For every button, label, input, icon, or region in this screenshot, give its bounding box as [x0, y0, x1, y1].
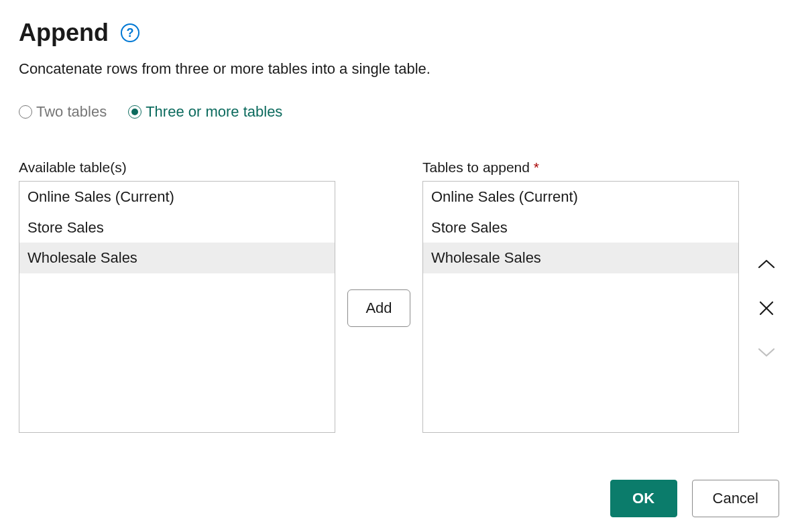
available-list-item[interactable]: Online Sales (Current) — [19, 182, 335, 212]
tables-to-append-column: Tables to append * Online Sales (Current… — [422, 159, 739, 433]
radio-two-tables[interactable]: Two tables — [19, 103, 107, 121]
radio-three-or-more-tables[interactable]: Three or more tables — [128, 103, 282, 121]
table-count-radio-group: Two tables Three or more tables — [19, 103, 783, 121]
available-tables-label: Available table(s) — [19, 159, 335, 176]
add-column: Add — [342, 182, 416, 434]
available-list-item[interactable]: Store Sales — [19, 212, 335, 243]
lists-area: Available table(s) Online Sales (Current… — [19, 159, 783, 434]
help-icon-glyph: ? — [126, 26, 133, 40]
required-asterisk: * — [534, 159, 539, 175]
radio-three-or-more-label: Three or more tables — [146, 103, 282, 121]
append-list-item[interactable]: Wholesale Sales — [423, 243, 738, 273]
add-button[interactable]: Add — [347, 289, 410, 327]
dialog-title: Append — [19, 19, 109, 47]
available-tables-column: Available table(s) Online Sales (Current… — [19, 159, 335, 433]
chevron-up-icon — [757, 258, 776, 270]
chevron-down-icon — [757, 346, 776, 358]
dialog-subtitle: Concatenate rows from three or more tabl… — [19, 60, 783, 78]
close-icon — [758, 300, 775, 317]
cancel-button[interactable]: Cancel — [692, 480, 779, 517]
radio-circle-icon — [128, 105, 141, 119]
append-dialog: Append ? Concatenate rows from three or … — [0, 0, 802, 532]
available-tables-list[interactable]: Online Sales (Current)Store SalesWholesa… — [19, 181, 335, 433]
ok-button[interactable]: OK — [610, 480, 677, 517]
reorder-controls — [755, 182, 778, 434]
append-list-item[interactable]: Online Sales (Current) — [423, 182, 738, 212]
tables-to-append-label: Tables to append * — [422, 159, 739, 176]
move-up-button[interactable] — [755, 253, 778, 275]
radio-two-tables-label: Two tables — [36, 103, 107, 121]
title-row: Append ? — [19, 19, 783, 47]
tables-to-append-label-text: Tables to append — [422, 159, 530, 175]
radio-circle-icon — [19, 105, 32, 119]
remove-button[interactable] — [755, 297, 778, 320]
dialog-footer: OK Cancel — [19, 480, 783, 517]
append-list-item[interactable]: Store Sales — [423, 212, 738, 243]
move-down-button[interactable] — [755, 341, 778, 364]
tables-to-append-list[interactable]: Online Sales (Current)Store SalesWholesa… — [422, 181, 739, 433]
available-list-item[interactable]: Wholesale Sales — [19, 243, 335, 273]
help-icon[interactable]: ? — [121, 23, 139, 42]
